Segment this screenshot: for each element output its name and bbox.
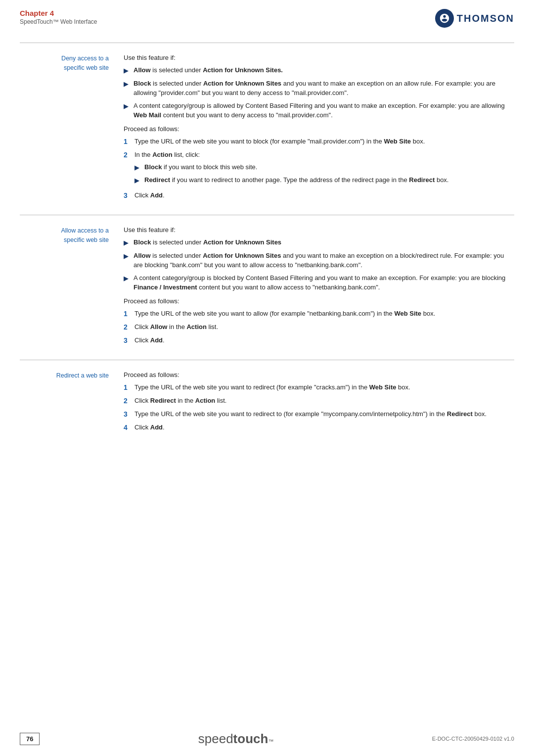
footer-doc-ref: E-DOC-CTC-20050429-0102 v1.0	[432, 736, 514, 742]
deny-bullet-3: ▶ A content category/group is allowed by…	[124, 101, 514, 120]
redirect-step-4-text: Click Add.	[134, 423, 514, 432]
section-redirect-label: Redirect a web site	[20, 371, 119, 436]
section-allow-access: Allow access to a specific web site Use …	[20, 215, 514, 360]
deny-step-2: 2 In the Action list, click: ▶ Block if …	[124, 150, 514, 188]
deny-bullet-1: ▶ Allow is selected under Action for Unk…	[124, 65, 514, 76]
allow-steps: 1 Type the URL of the web site you want …	[124, 309, 514, 346]
allow-bullet-1-text: Block is selected under Action for Unkno…	[134, 237, 514, 247]
section-allow-label: Allow access to a specific web site	[20, 226, 119, 349]
section-redirect-body: Proceed as follows: 1 Type the URL of th…	[119, 371, 514, 436]
redirect-step-1: 1 Type the URL of the web site you want …	[124, 382, 514, 393]
redirect-step-2: 2 Click Redirect in the Action list.	[124, 396, 514, 406]
deny-bullet-2: ▶ Block is selected under Action for Unk…	[124, 79, 514, 98]
thomson-logo-icon	[435, 9, 454, 28]
arrow-icon: ▶	[124, 79, 129, 89]
allow-use-feature: Use this feature if:	[124, 226, 514, 234]
section-deny-access: Deny access to a specific web site Use t…	[20, 43, 514, 215]
section-redirect: Redirect a web site Proceed as follows: …	[20, 360, 514, 447]
arrow-icon: ▶	[124, 238, 129, 248]
deny-step-2-subbullets: ▶ Block if you want to block this web si…	[134, 162, 514, 185]
allow-step-3-text: Click Add.	[134, 335, 514, 345]
page-number: 76	[20, 733, 40, 745]
footer-logo-tm: ™	[268, 738, 273, 744]
main-content: Deny access to a specific web site Use t…	[0, 28, 534, 467]
deny-bullet-3-text: A content category/group is allowed by C…	[134, 101, 514, 120]
deny-use-feature: Use this feature if:	[124, 54, 514, 61]
header-right: THOMSON	[435, 9, 514, 28]
header-left: Chapter 4 SpeedTouch™ Web Interface	[20, 9, 97, 25]
deny-step-3-text: Click Add.	[134, 190, 514, 200]
section-deny-body: Use this feature if: ▶ Allow is selected…	[119, 54, 514, 204]
deny-sub-2-text: Redirect if you want to redirect to anot…	[144, 175, 448, 185]
allow-step-1-text: Type the URL of the web site you want to…	[134, 309, 514, 319]
allow-bullet-2-text: Allow is selected under Action for Unkno…	[134, 251, 514, 270]
deny-step-1: 1 Type the URL of the web site you want …	[124, 137, 514, 147]
allow-step-2: 2 Click Allow in the Action list.	[124, 322, 514, 332]
allow-bullet-2: ▶ Allow is selected under Action for Unk…	[124, 251, 514, 270]
allow-bullets: ▶ Block is selected under Action for Unk…	[124, 237, 514, 292]
redirect-step-1-text: Type the URL of the web site you want to…	[134, 382, 514, 392]
arrow-icon: ▶	[124, 101, 129, 111]
allow-bullet-1: ▶ Block is selected under Action for Unk…	[124, 237, 514, 248]
allow-step-1: 1 Type the URL of the web site you want …	[124, 309, 514, 319]
footer-logo: speedtouch™	[198, 731, 274, 747]
redirect-use-feature: Proceed as follows:	[124, 371, 514, 378]
footer-logo-speed: speed	[198, 731, 233, 747]
allow-step-3: 3 Click Add.	[124, 335, 514, 346]
chapter-title: Chapter 4	[20, 9, 97, 17]
deny-sub-1: ▶ Block if you want to block this web si…	[134, 162, 514, 173]
chapter-subtitle: SpeedTouch™ Web Interface	[20, 18, 97, 25]
redirect-step-3-text: Type the URL of the web site you want to…	[134, 409, 514, 419]
deny-sub-2: ▶ Redirect if you want to redirect to an…	[134, 175, 514, 186]
footer-logo-touch: touch	[233, 731, 268, 747]
section-allow-body: Use this feature if: ▶ Block is selected…	[119, 226, 514, 349]
allow-bullet-3-text: A content category/group is blocked by C…	[134, 273, 514, 292]
thomson-icon	[439, 13, 450, 24]
deny-bullet-1-text: Allow is selected under Action for Unkno…	[134, 65, 514, 75]
section-deny-label: Deny access to a specific web site	[20, 54, 119, 204]
redirect-step-3: 3 Type the URL of the web site you want …	[124, 409, 514, 420]
redirect-step-2-text: Click Redirect in the Action list.	[134, 396, 514, 406]
arrow-icon: ▶	[134, 163, 139, 173]
deny-step-2-text: In the Action list, click: ▶ Block if yo…	[134, 150, 514, 188]
page-header: Chapter 4 SpeedTouch™ Web Interface THOM…	[0, 0, 534, 28]
redirect-step-4: 4 Click Add.	[124, 423, 514, 433]
deny-bullets: ▶ Allow is selected under Action for Unk…	[124, 65, 514, 120]
deny-sub-1-text: Block if you want to block this web site…	[144, 162, 257, 172]
thomson-text: THOMSON	[457, 13, 514, 24]
deny-step-3: 3 Click Add.	[124, 190, 514, 201]
deny-steps: 1 Type the URL of the web site you want …	[124, 137, 514, 201]
deny-proceed: Proceed as follows:	[124, 125, 514, 133]
deny-bullet-2-text: Block is selected under Action for Unkno…	[134, 79, 514, 98]
redirect-steps: 1 Type the URL of the web site you want …	[124, 382, 514, 433]
arrow-icon: ▶	[124, 66, 129, 76]
thomson-logo: THOMSON	[435, 9, 514, 28]
page-footer: 76 speedtouch™ E-DOC-CTC-20050429-0102 v…	[0, 721, 534, 756]
arrow-icon: ▶	[124, 274, 129, 284]
allow-proceed: Proceed as follows:	[124, 297, 514, 305]
allow-bullet-3: ▶ A content category/group is blocked by…	[124, 273, 514, 292]
arrow-icon: ▶	[124, 251, 129, 261]
arrow-icon: ▶	[134, 176, 139, 186]
allow-step-2-text: Click Allow in the Action list.	[134, 322, 514, 332]
deny-step-1-text: Type the URL of the web site you want to…	[134, 137, 514, 146]
